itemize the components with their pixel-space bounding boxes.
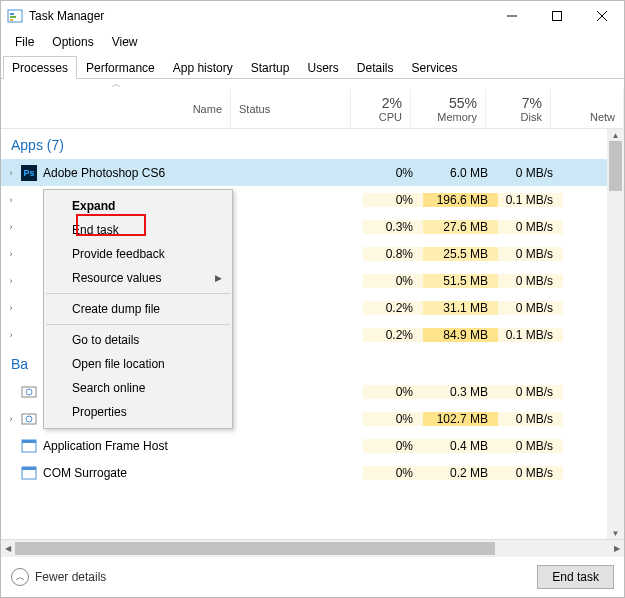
process-name: Application Frame Host	[43, 439, 243, 453]
tab-performance[interactable]: Performance	[77, 56, 164, 79]
memory-value: 6.0 MB	[423, 166, 498, 180]
svg-rect-15	[22, 467, 36, 470]
cpu-value: 0%	[363, 166, 423, 180]
table-row[interactable]: ›PsAdobe Photoshop CS60%6.0 MB0 MB/s	[1, 159, 607, 186]
window-title: Task Manager	[29, 9, 489, 23]
expand-icon[interactable]: ›	[1, 222, 21, 232]
disk-value: 0 MB/s	[498, 466, 563, 480]
expand-icon[interactable]: ›	[1, 303, 21, 313]
cpu-value: 0%	[363, 193, 423, 207]
blank-icon	[21, 327, 37, 343]
close-button[interactable]	[579, 1, 624, 31]
column-headers: Name Status 2%CPU 55%Memory 7%Disk Netw	[1, 89, 624, 129]
titlebar: Task Manager	[1, 1, 624, 31]
disk-value: 0 MB/s	[498, 439, 563, 453]
menu-view[interactable]: View	[104, 33, 146, 51]
blank-icon	[21, 246, 37, 262]
tab-startup[interactable]: Startup	[242, 56, 299, 79]
menu-options[interactable]: Options	[44, 33, 101, 51]
process-name: COM Surrogate	[43, 466, 243, 480]
blank-icon	[21, 219, 37, 235]
col-memory[interactable]: 55%Memory	[411, 89, 486, 128]
cpu-value: 0%	[363, 439, 423, 453]
scrollbar-thumb[interactable]	[609, 141, 622, 191]
fewer-details-button[interactable]: ︿ Fewer details	[11, 568, 106, 586]
group-apps: Apps (7)	[1, 129, 607, 159]
col-status-label: Status	[239, 103, 270, 115]
minimize-button[interactable]	[489, 1, 534, 31]
vertical-scrollbar[interactable]: ▲ ▼	[607, 129, 624, 539]
col-disk[interactable]: 7%Disk	[486, 89, 551, 128]
memory-value: 25.5 MB	[423, 247, 498, 261]
chevron-right-icon: ▶	[215, 273, 222, 283]
chevron-up-icon: ︿	[11, 568, 29, 586]
tab-details[interactable]: Details	[348, 56, 403, 79]
menu-file[interactable]: File	[7, 33, 42, 51]
col-mem-label: Memory	[437, 111, 477, 123]
scroll-left-icon[interactable]: ◀	[1, 540, 15, 557]
col-name[interactable]: Name	[1, 89, 231, 128]
ctx-end-task[interactable]: End task	[44, 218, 232, 242]
cpu-value: 0%	[363, 385, 423, 399]
photoshop-icon: Ps	[21, 165, 37, 181]
cpu-value: 0.2%	[363, 328, 423, 342]
col-status[interactable]: Status	[231, 89, 351, 128]
window-buttons	[489, 1, 624, 31]
scroll-up-icon[interactable]: ▲	[607, 129, 624, 141]
ctx-search-online[interactable]: Search online	[44, 376, 232, 400]
maximize-button[interactable]	[534, 1, 579, 31]
tabbar: Processes Performance App history Startu…	[1, 55, 624, 79]
tab-app-history[interactable]: App history	[164, 56, 242, 79]
table-row[interactable]: COM Surrogate0%0.2 MB0 MB/s	[1, 459, 607, 486]
tab-services[interactable]: Services	[403, 56, 467, 79]
memory-value: 0.4 MB	[423, 439, 498, 453]
disk-value: 0 MB/s	[498, 247, 563, 261]
tab-users[interactable]: Users	[298, 56, 347, 79]
disk-value: 0 MB/s	[498, 220, 563, 234]
ctx-open-file-location[interactable]: Open file location	[44, 352, 232, 376]
disk-value: 0 MB/s	[498, 274, 563, 288]
scroll-down-icon[interactable]: ▼	[607, 527, 624, 539]
ctx-properties[interactable]: Properties	[44, 400, 232, 424]
separator	[46, 293, 230, 294]
cpu-value: 0%	[363, 466, 423, 480]
col-cpu[interactable]: 2%CPU	[351, 89, 411, 128]
expand-icon[interactable]: ›	[1, 276, 21, 286]
disk-pct: 7%	[522, 95, 542, 111]
ctx-expand[interactable]: Expand	[44, 194, 232, 218]
ctx-feedback[interactable]: Provide feedback	[44, 242, 232, 266]
cpu-value: 0.3%	[363, 220, 423, 234]
col-disk-label: Disk	[521, 111, 542, 123]
app-icon	[21, 465, 37, 481]
end-task-button[interactable]: End task	[537, 565, 614, 589]
service-icon	[21, 384, 37, 400]
col-name-label: Name	[193, 103, 222, 115]
ctx-resource-label: Resource values	[72, 271, 161, 285]
col-network[interactable]: Netw	[551, 89, 624, 128]
svg-rect-5	[552, 12, 561, 21]
cpu-value: 0.2%	[363, 301, 423, 315]
svg-rect-1	[10, 13, 14, 15]
disk-value: 0 MB/s	[498, 166, 563, 180]
expand-icon[interactable]: ›	[1, 330, 21, 340]
scroll-right-icon[interactable]: ▶	[610, 540, 624, 557]
hscroll-thumb[interactable]	[15, 542, 495, 555]
expand-icon[interactable]: ›	[1, 249, 21, 259]
memory-value: 0.3 MB	[423, 385, 498, 399]
ctx-create-dump[interactable]: Create dump file	[44, 297, 232, 321]
blank-icon	[21, 273, 37, 289]
task-manager-window: Task Manager File Options View Processes…	[0, 0, 625, 598]
expand-icon[interactable]: ›	[1, 168, 21, 178]
ctx-go-to-details[interactable]: Go to details	[44, 328, 232, 352]
col-cpu-label: CPU	[379, 111, 402, 123]
table-row[interactable]: Application Frame Host0%0.4 MB0 MB/s	[1, 432, 607, 459]
expand-icon[interactable]: ›	[1, 195, 21, 205]
cpu-value: 0%	[363, 274, 423, 288]
disk-value: 0.1 MB/s	[498, 328, 563, 342]
expand-icon[interactable]: ›	[1, 414, 21, 424]
memory-value: 102.7 MB	[423, 412, 498, 426]
process-name: Adobe Photoshop CS6	[43, 166, 243, 180]
ctx-resource-values[interactable]: Resource values▶	[44, 266, 232, 290]
horizontal-scrollbar[interactable]: ◀ ▶	[1, 540, 624, 557]
tab-processes[interactable]: Processes	[3, 56, 77, 79]
